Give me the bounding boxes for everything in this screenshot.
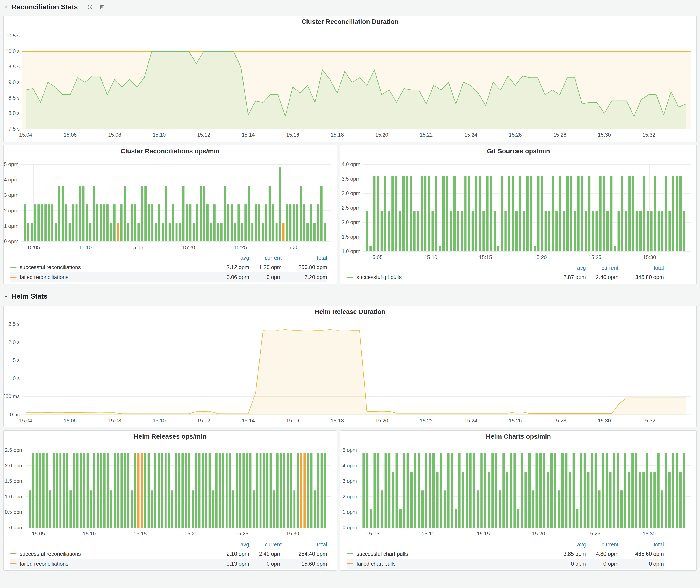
bar [236,453,238,528]
x-axis-tick-label: 15:08 [108,418,121,423]
legend-header-avg[interactable]: avg [206,541,249,548]
legend-value: 7.20 opm [282,274,327,280]
chart-git-sources-opm[interactable]: 4.0 opm3.5 opm3.0 opm2.5 opm2.0 opm1.5 o… [340,157,696,263]
trash-icon[interactable] [99,4,105,10]
bar [672,453,674,528]
bar [48,204,50,241]
x-axis-tick-label: 15:20 [534,254,547,260]
legend-header-current[interactable]: current [249,255,282,261]
y-axis-tick-label: 5 opm [342,447,357,453]
bar [646,453,648,528]
bar [148,453,150,528]
panel-title[interactable]: Helm Charts ops/min [340,431,696,442]
chart-helm-releases-opm[interactable]: 2.5 opm2.0 opm1.5 opm1.0 opm0.5 opm0 opm… [4,442,337,540]
section-header-reconciliation-stats[interactable]: Reconciliation Stats [3,1,105,13]
chart-cluster-reconciliations-opm[interactable]: 5 opm4 opm3 opm2 opm1 opm0 opm15:0515:10… [4,157,337,254]
legend-value: 2.10 opm [206,551,249,557]
series-color-swatch [10,553,17,554]
legend-value: 3.85 opm [543,551,586,557]
bar [569,472,571,528]
bar [306,223,309,241]
legend-value: 2.40 opm [586,274,618,280]
gear-icon[interactable] [87,4,93,10]
bar [548,211,550,251]
panel-title[interactable]: Cluster Reconciliations ops/min [4,145,337,157]
bar [377,176,379,251]
panel-title[interactable]: Git Sources ops/min [340,145,696,157]
bar [287,453,289,528]
y-axis-tick-label: 3 opm [4,192,18,198]
x-axis-tick-label: 15:20 [184,531,197,536]
bar [53,453,55,528]
legend-series-label[interactable]: successful git pulls [347,274,543,280]
bar [479,176,481,251]
bar [168,453,170,528]
chart-helm-charts-opm[interactable]: 5 opm4 opm3 opm2 opm1 opm0 opm15:0515:10… [340,442,696,540]
section-title[interactable]: Reconciliation Stats [12,3,78,11]
chevron-down-icon[interactable] [3,294,9,299]
x-axis-tick-label: 15:18 [331,418,344,423]
panel-title[interactable]: Helm Releases ops/min [4,431,337,442]
y-axis-tick-label: 1.5 s [8,357,20,363]
bar [508,176,510,251]
y-axis-tick-label: 1.5 opm [342,234,360,240]
legend-row: successful git pulls2.87 opm2.40 opm346.… [347,272,664,282]
bar [665,453,667,528]
bar [658,211,660,251]
chart-cluster-reconciliation-duration[interactable]: 10.5 s10.0 s9.5 s9.0 s8.5 s8.0 s7.5 s15:… [4,27,696,142]
x-axis-tick-label: 15:30 [598,132,611,138]
x-axis-tick-label: 15:32 [642,418,655,423]
section-title[interactable]: Helm Stats [12,292,47,300]
legend-series-label[interactable]: successful reconciliations [10,264,206,270]
series-color-swatch [347,277,353,278]
legend-value: 0 opm [543,561,586,567]
legend-series-label[interactable]: failed reconciliations [10,274,206,280]
legend-header-total[interactable]: total [618,265,664,271]
legend-series-label[interactable]: failed reconciliations [10,561,206,567]
bar [62,186,64,241]
legend-header-current[interactable]: current [249,541,282,548]
bar [169,223,171,241]
legend-header-total[interactable]: total [282,255,327,261]
legend-header-avg[interactable]: avg [543,541,586,548]
panel-title[interactable]: Helm Release Duration [4,306,696,318]
legend-series-label[interactable]: successful chart pulls [347,551,543,557]
chevron-down-icon[interactable] [3,4,9,10]
section-header-helm-stats[interactable]: Helm Stats [3,290,47,302]
bar [51,204,53,241]
bar [87,453,89,528]
legend-header-current[interactable]: current [586,265,618,271]
legend-header-avg[interactable]: avg [206,255,249,261]
x-axis-tick-label: 15:28 [553,418,566,423]
bar [650,472,652,528]
y-axis-tick-label: 4 opm [4,177,18,183]
bar [429,453,431,528]
bar [606,453,608,528]
legend-header-avg[interactable]: avg [543,265,586,271]
y-axis-tick-label: 0 opm [4,238,18,244]
bar [100,204,102,241]
legend-header-total[interactable]: total [618,541,664,548]
bar [515,211,518,251]
legend-value: 465.60 opm [618,551,664,557]
legend-series-label[interactable]: failed chart pulls [347,561,543,567]
panel-title[interactable]: Cluster Reconciliation Duration [4,16,696,27]
bar [127,223,129,241]
legend-series-label[interactable]: successful reconciliations [10,551,206,557]
y-axis-tick-label: 3 opm [342,478,357,484]
legend-header-current[interactable]: current [586,541,618,548]
legend-row: successful chart pulls3.85 opm4.80 opm46… [347,549,664,559]
chart-canvas: 2.5 opm2.0 opm1.5 opm1.0 opm0.5 opm0 opm… [4,442,337,540]
x-axis-tick-label: 15:30 [643,254,656,260]
y-axis-tick-label: 5 opm [4,161,18,167]
bar [632,176,634,251]
bar [499,490,501,528]
chart-helm-release-duration[interactable]: 2.5 s2.0 s1.5 s1.0 s500 ms0 ns15:0415:06… [4,318,696,427]
y-axis-tick-label: 3.5 opm [342,176,360,182]
y-axis-tick-label: 1 opm [4,223,18,229]
legend-header-total[interactable]: total [282,541,327,548]
panel-helm-release-duration: Helm Release Duration 2.5 s2.0 s1.5 s1.0… [3,306,697,427]
bar [381,490,383,528]
bar [451,453,453,528]
bar [484,453,486,528]
